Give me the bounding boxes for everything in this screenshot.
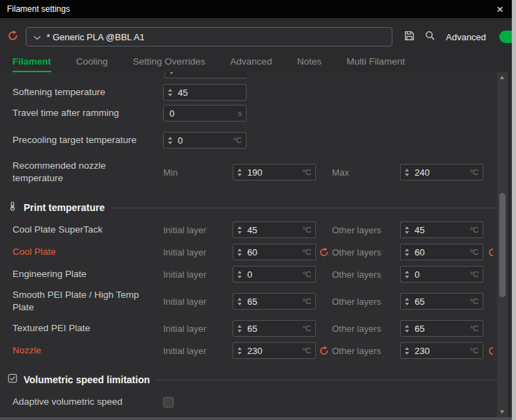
scrollbar-thumb[interactable] (499, 193, 506, 297)
softening-temperature-input[interactable]: 45 (163, 84, 247, 101)
advanced-toggle[interactable] (499, 31, 512, 43)
row-softening-temperature: Softening temperature 45 (0, 83, 501, 101)
input-value: 60 (413, 247, 470, 258)
unit-label: °C (303, 346, 315, 355)
initial-layer-label: Initial layer (163, 346, 233, 356)
other-layers-label: Other layers (332, 296, 400, 307)
filament-settings-dialog: Filament settings × * Generic PLA @BBL A… (0, 0, 512, 417)
input-value: 65 (413, 324, 470, 334)
input-value: 0 (245, 269, 303, 280)
spinner-arrows[interactable] (401, 244, 413, 260)
other-layers-label: Other layers (332, 324, 400, 334)
spinner-arrows[interactable] (165, 72, 177, 78)
nozzle-temp-min-input[interactable]: 190 °C (233, 164, 316, 180)
other-layers-label: Other layers (332, 346, 400, 356)
initial-layer-input[interactable]: 230 °C (233, 342, 316, 359)
other-layers-input[interactable]: 65 °C (400, 320, 483, 337)
clipped-input-row (165, 72, 247, 79)
close-button[interactable]: × (497, 3, 503, 15)
scroll-down-arrow-icon[interactable] (500, 410, 504, 414)
window-titlebar: Filament settings × (0, 0, 512, 18)
chevron-down-icon (33, 31, 41, 43)
tab-setting-overrides[interactable]: Setting Overrides (133, 56, 205, 72)
spinner-arrows[interactable] (164, 133, 176, 148)
setting-label: Softening temperature (13, 86, 163, 99)
tab-notes[interactable]: Notes (297, 56, 322, 72)
spinner-arrows[interactable] (233, 343, 245, 358)
undo-modification-button[interactable] (319, 346, 329, 356)
reset-preset-button[interactable] (7, 30, 19, 44)
setting-label: Cool Plate SuperTack (13, 224, 163, 236)
preset-dropdown[interactable]: * Generic PLA @BBL A1 (26, 27, 392, 47)
initial-layer-label: Initial layer (163, 269, 233, 280)
unit-label: °C (470, 168, 483, 176)
input-value: 45 (176, 87, 246, 98)
tab-filament[interactable]: Filament (13, 56, 51, 72)
reset-icon (488, 247, 493, 258)
setting-label: Cool Plate (13, 246, 163, 258)
checked-box-icon (8, 373, 17, 386)
search-button[interactable] (424, 30, 435, 44)
clipped-input[interactable] (165, 72, 247, 78)
input-value: 45 (245, 225, 303, 235)
max-label: Max (332, 167, 400, 178)
spinner-arrows[interactable] (233, 294, 245, 309)
scroll-up-arrow-icon[interactable] (500, 76, 504, 79)
spinner-arrows[interactable] (233, 267, 245, 282)
precooling-target-input[interactable]: 0 °C (163, 132, 247, 149)
spinner-arrows[interactable] (164, 85, 176, 100)
input-value: 0 (176, 135, 233, 146)
spinner-arrows[interactable] (233, 222, 245, 237)
spinner-arrows[interactable] (401, 343, 413, 358)
initial-layer-input[interactable]: 65 °C (233, 293, 316, 310)
travel-time-input[interactable]: 0 s (163, 105, 247, 121)
unit-label: °C (303, 168, 315, 176)
undo-modification-button-clipped[interactable] (488, 247, 493, 258)
unit-label: °C (303, 324, 315, 333)
other-layers-input[interactable]: 60 °C (400, 244, 483, 260)
spinner-arrows[interactable] (233, 244, 245, 260)
other-layers-input[interactable]: 230 °C (400, 342, 483, 359)
input-value: 0 (164, 108, 238, 119)
spinner-arrows[interactable] (401, 222, 413, 237)
adaptive-volumetric-speed-checkbox[interactable] (163, 397, 174, 408)
spinner-arrows[interactable] (233, 165, 245, 180)
initial-layer-input[interactable]: 65 °C (233, 320, 316, 337)
unit-label: °C (303, 297, 315, 305)
row-precooling-target-temperature: Precooling target temperature 0 °C (0, 125, 501, 156)
min-label: Min (163, 167, 233, 178)
advanced-mode-label: Advanced (446, 32, 486, 42)
initial-layer-input[interactable]: 45 °C (233, 221, 316, 238)
other-layers-input[interactable]: 0 °C (400, 266, 483, 283)
nozzle-temp-max-input[interactable]: 240 °C (400, 164, 483, 180)
initial-layer-input[interactable]: 60 °C (233, 244, 316, 260)
spinner-arrows[interactable] (401, 267, 413, 282)
tab-advanced[interactable]: Advanced (231, 56, 272, 72)
unit-label: s (238, 109, 247, 117)
other-layers-input[interactable]: 65 °C (400, 293, 483, 310)
reset-icon (488, 346, 493, 356)
spinner-arrows[interactable] (401, 165, 413, 180)
row-recommended-nozzle-temperature: Recommended nozzle temperature Min 190 °… (0, 157, 501, 187)
unit-label: °C (470, 270, 483, 278)
undo-modification-button-clipped[interactable] (488, 346, 493, 356)
initial-layer-input[interactable]: 0 °C (233, 266, 316, 283)
spinner-arrows[interactable] (233, 321, 245, 336)
unit-label: °C (470, 346, 483, 355)
row-travel-time-after-ramming: Travel time after ramming 0 s (0, 104, 501, 122)
tab-cooling[interactable]: Cooling (76, 56, 108, 72)
input-value: 230 (413, 346, 470, 356)
undo-modification-button[interactable] (319, 247, 329, 258)
spinner-arrows[interactable] (401, 321, 413, 336)
save-icon (403, 30, 415, 44)
row-cool-plate-supertack: Cool Plate SuperTack Initial layer 45 °C… (0, 221, 501, 239)
tab-multi-filament[interactable]: Multi Filament (347, 56, 405, 72)
setting-label: Smooth PEI Plate / High Temp Plate (13, 289, 163, 314)
unit-label: °C (303, 226, 315, 234)
vertical-scrollbar[interactable] (497, 72, 508, 417)
spinner-arrows[interactable] (401, 294, 413, 309)
save-preset-button[interactable] (403, 30, 415, 44)
setting-label: Adaptive volumetric speed (13, 396, 163, 408)
other-layers-input[interactable]: 45 °C (400, 221, 483, 238)
reset-icon (319, 247, 329, 258)
